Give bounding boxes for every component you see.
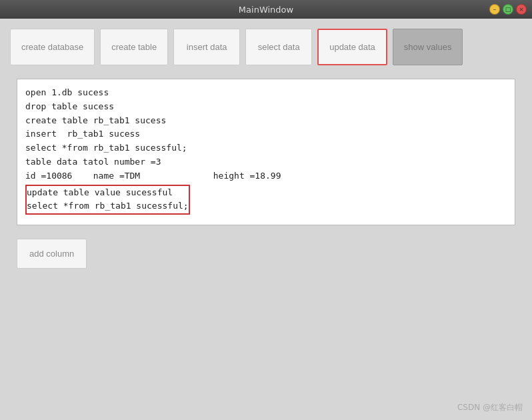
show-values-button[interactable]: show values bbox=[393, 29, 463, 65]
output-area: open 1.db sucess drop table sucess creat… bbox=[17, 79, 515, 225]
create-database-button[interactable]: create database bbox=[10, 29, 95, 65]
title-bar: MainWindow – □ × bbox=[0, 0, 532, 19]
output-line-2: drop table sucess bbox=[25, 100, 507, 114]
maximize-button[interactable]: □ bbox=[503, 4, 513, 15]
output-line-7: id =10086 name =TDM height =18.99 bbox=[25, 169, 507, 183]
output-line-3: create table rb_tab1 sucess bbox=[25, 114, 507, 128]
highlighted-block: update table value sucessful select *fro… bbox=[25, 185, 190, 215]
main-content: create database create table insert data… bbox=[0, 19, 532, 420]
output-line-1: open 1.db sucess bbox=[25, 86, 507, 100]
window-controls: – □ × bbox=[489, 4, 527, 15]
window-title: MainWindow bbox=[239, 5, 293, 15]
select-data-button[interactable]: select data bbox=[245, 29, 312, 65]
minimize-button[interactable]: – bbox=[489, 4, 500, 15]
update-data-button[interactable]: update data bbox=[317, 29, 387, 65]
add-column-button[interactable]: add column bbox=[17, 239, 87, 269]
create-table-button[interactable]: create table bbox=[100, 29, 168, 65]
insert-data-button[interactable]: insert data bbox=[173, 29, 240, 65]
output-highlighted-line-1: update table value sucessful bbox=[27, 186, 189, 200]
output-highlighted-line-2: select *from rb_tab1 sucessful; bbox=[27, 199, 189, 213]
output-line-5: select *from rb_tab1 sucessful; bbox=[25, 141, 507, 155]
output-line-4: insert rb_tab1 sucess bbox=[25, 127, 507, 141]
close-button[interactable]: × bbox=[516, 4, 527, 15]
toolbar: create database create table insert data… bbox=[10, 29, 522, 65]
output-line-6: table data tatol number =3 bbox=[25, 155, 507, 169]
watermark: CSDN @红客白帽 bbox=[457, 402, 523, 413]
